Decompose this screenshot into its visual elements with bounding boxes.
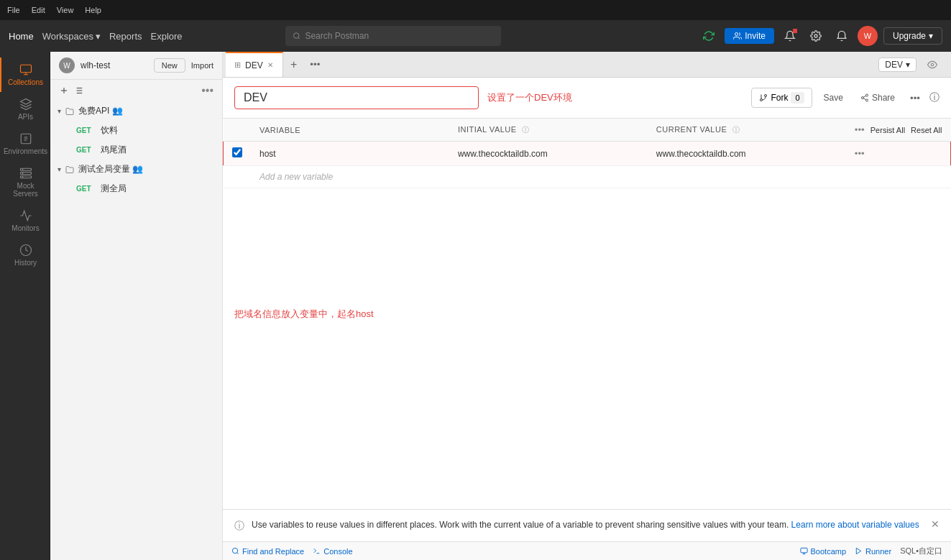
settings-btn[interactable] bbox=[806, 26, 826, 46]
menu-bar: File Edit View Help bbox=[0, 0, 951, 20]
add-collection-icon[interactable] bbox=[59, 86, 69, 96]
monitors-icon bbox=[19, 209, 32, 222]
user-avatar-small: W bbox=[59, 58, 75, 73]
current-value-input[interactable] bbox=[656, 149, 837, 159]
new-button[interactable]: New bbox=[154, 58, 185, 73]
sync-btn[interactable] bbox=[699, 26, 719, 46]
folder-icon-2 bbox=[65, 165, 74, 174]
notification-link[interactable]: Learn more about variable values bbox=[791, 520, 919, 530]
tab-add-btn[interactable]: + bbox=[285, 58, 303, 71]
collection-name: 免费API 👥 bbox=[78, 105, 123, 117]
sidebar-item-apis[interactable]: APIs bbox=[0, 92, 50, 127]
th-initial-value: INITIAL VALUE ⓘ bbox=[449, 119, 648, 142]
sidebar-item-mock-servers[interactable]: Mock Servers bbox=[0, 161, 50, 203]
reports-nav[interactable]: Reports bbox=[109, 31, 142, 42]
home-nav[interactable]: Home bbox=[9, 31, 34, 42]
notification-close-btn[interactable]: ✕ bbox=[931, 518, 939, 530]
th-checkbox bbox=[224, 119, 252, 142]
tab-close-btn[interactable]: ✕ bbox=[267, 61, 273, 69]
table-row: ••• bbox=[224, 142, 951, 166]
find-replace-icon bbox=[231, 547, 239, 555]
request-item-global[interactable]: GET 测全局 bbox=[50, 179, 222, 198]
td-checkbox[interactable] bbox=[224, 142, 252, 166]
var-table-container: VARIABLE INITIAL VALUE ⓘ CURRENT VALUE ⓘ bbox=[223, 119, 951, 299]
row-more-btn[interactable]: ••• bbox=[855, 148, 865, 159]
environments-label: Environments bbox=[4, 147, 47, 155]
td-variable[interactable] bbox=[251, 142, 449, 166]
svg-point-1 bbox=[735, 33, 738, 36]
add-variable-row[interactable]: Add a new variable bbox=[224, 166, 951, 188]
avatar[interactable]: W bbox=[858, 26, 878, 46]
left-panel-toolbar: ••• bbox=[50, 80, 222, 101]
svg-rect-3 bbox=[20, 65, 31, 73]
notifications-btn[interactable] bbox=[780, 26, 800, 46]
bootcamp-link[interactable]: Bootcamp bbox=[800, 547, 847, 556]
td-initial-value[interactable] bbox=[449, 142, 648, 166]
content-area: Collections APIs Environments Mock Serve… bbox=[0, 52, 951, 560]
right-status-text: SQL•自定口 bbox=[900, 546, 942, 556]
workspaces-nav[interactable]: Workspaces ▾ bbox=[42, 31, 101, 42]
svg-point-8 bbox=[22, 169, 23, 170]
svg-point-29 bbox=[232, 548, 237, 553]
current-value-info: ⓘ bbox=[732, 126, 740, 134]
svg-point-2 bbox=[814, 35, 817, 37]
explore-nav[interactable]: Explore bbox=[151, 31, 183, 42]
th-current-value: CURRENT VALUE ⓘ bbox=[648, 119, 846, 142]
persist-all-btn[interactable]: Persist All bbox=[870, 126, 905, 134]
env-header: 设置了一个DEV环境 Fork 0 Save Share ••• ⓘ bbox=[223, 78, 951, 119]
sidebar-item-collections[interactable]: Collections bbox=[0, 58, 50, 92]
apis-icon bbox=[19, 98, 32, 111]
menu-view[interactable]: View bbox=[57, 6, 74, 14]
initial-value-info: ⓘ bbox=[522, 126, 530, 134]
tab-more-btn[interactable]: ••• bbox=[304, 59, 326, 70]
sidebar-item-monitors[interactable]: Monitors bbox=[0, 203, 50, 238]
td-current-value[interactable] bbox=[648, 142, 846, 166]
collection-item-global-var[interactable]: ▾ 测试全局变量 👥 bbox=[50, 160, 222, 179]
import-button[interactable]: Import bbox=[191, 61, 213, 70]
tab-dev[interactable]: ⊞ DEV ✕ bbox=[226, 52, 283, 77]
more-actions-btn[interactable]: ••• bbox=[906, 89, 924, 107]
var-enabled-checkbox[interactable] bbox=[232, 147, 242, 157]
left-panel: W wlh-test New Import ••• ▾ 免费API 👥 GET … bbox=[50, 52, 223, 560]
upgrade-button[interactable]: Upgrade ▾ bbox=[883, 27, 942, 45]
more-options-btn[interactable]: ••• bbox=[201, 84, 213, 97]
apis-label: APIs bbox=[18, 113, 33, 121]
alerts-btn[interactable] bbox=[832, 26, 852, 46]
menu-edit[interactable]: Edit bbox=[32, 6, 45, 14]
env-dropdown[interactable]: DEV ▾ bbox=[878, 58, 916, 72]
menu-help[interactable]: Help bbox=[85, 6, 101, 14]
reset-all-btn[interactable]: Reset All bbox=[911, 126, 942, 134]
find-replace-link[interactable]: Find and Replace bbox=[231, 547, 304, 556]
sidebar-item-history[interactable]: History bbox=[0, 238, 50, 272]
request-name-3: 测全局 bbox=[101, 183, 127, 195]
col-options-btn[interactable]: ••• bbox=[855, 124, 865, 135]
info-button[interactable]: ⓘ bbox=[929, 91, 939, 104]
tab-label: DEV bbox=[245, 60, 263, 70]
invite-button[interactable]: Invite bbox=[725, 28, 774, 44]
runner-link[interactable]: Runner bbox=[855, 547, 891, 556]
console-link[interactable]: Console bbox=[313, 547, 352, 556]
search-bar[interactable] bbox=[285, 26, 501, 46]
eye-icon bbox=[927, 60, 937, 70]
th-variable: VARIABLE bbox=[251, 119, 449, 142]
request-item-cocktail[interactable]: GET 鸡尾酒 bbox=[50, 140, 222, 160]
variable-name-input[interactable] bbox=[259, 149, 441, 159]
method-badge-get: GET bbox=[76, 127, 96, 134]
initial-value-input[interactable] bbox=[458, 149, 639, 159]
fork-button[interactable]: Fork 0 bbox=[751, 88, 812, 108]
chevron-down-icon: ▾ bbox=[906, 60, 910, 70]
eye-btn[interactable] bbox=[922, 55, 942, 75]
invite-icon bbox=[733, 32, 742, 40]
collection-item-free-api[interactable]: ▾ 免费API 👥 bbox=[50, 101, 222, 121]
request-item-drink[interactable]: GET 饮料 bbox=[50, 121, 222, 140]
menu-file[interactable]: File bbox=[7, 6, 20, 14]
save-button[interactable]: Save bbox=[818, 89, 849, 106]
right-area: ⊞ DEV ✕ + ••• DEV ▾ 设置了一个DEV环境 bbox=[223, 52, 951, 560]
filter-icon[interactable] bbox=[73, 86, 83, 96]
search-input[interactable] bbox=[305, 31, 494, 41]
env-name-input[interactable] bbox=[234, 86, 479, 109]
collapse-arrow-2: ▾ bbox=[58, 165, 61, 173]
env-name: DEV bbox=[885, 60, 903, 70]
share-button[interactable]: Share bbox=[855, 89, 901, 106]
sidebar-item-environments[interactable]: Environments bbox=[0, 127, 50, 161]
